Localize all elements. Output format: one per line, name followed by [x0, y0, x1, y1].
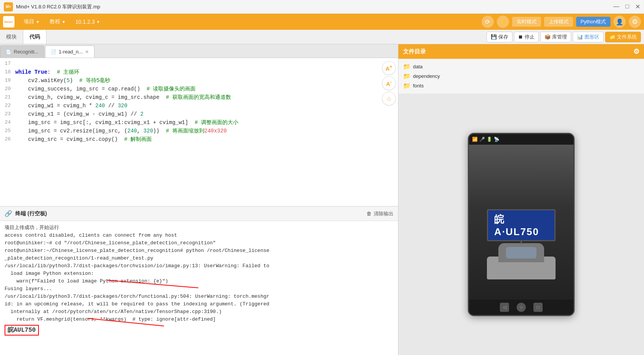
- menu-version[interactable]: 10.1.2.3 ▼: [71, 17, 105, 27]
- sync-icon-button[interactable]: ⟳: [482, 16, 494, 28]
- save-button[interactable]: 💾 保存: [487, 32, 512, 42]
- clear-output-button[interactable]: 🗑 清除输出: [366, 210, 393, 217]
- code-content[interactable]: 17 18 while True: # 主循环 19 cv2.waitKey(5…: [0, 58, 398, 206]
- app-logo-area: Mind+: [3, 16, 14, 27]
- file-item-data[interactable]: 📁 data: [403, 62, 639, 71]
- code-line: 19 cv2.waitKey(5) # 等待5毫秒: [0, 76, 398, 85]
- tab2-close[interactable]: ✕: [85, 49, 89, 55]
- reset-zoom-button[interactable]: ⌂: [382, 92, 396, 105]
- code-area: 📄 Recogniti... 📄 1-read_n... ✕ 17 18 whi…: [0, 44, 398, 355]
- code-line: 26 cvimg_src = cvimg_src.copy() # 解制画面: [0, 135, 398, 144]
- phone-menu-button[interactable]: □: [533, 303, 543, 312]
- library-icon: 📦: [544, 34, 551, 40]
- folder-name: fonts: [413, 83, 424, 89]
- menu-version-arrow: ▼: [96, 20, 100, 24]
- file-tree: 📁 data 📁 dependency 📁 fonts: [398, 59, 644, 94]
- filesystem-button[interactable]: 📁 文件系统: [605, 32, 641, 42]
- file-item-dependency[interactable]: 📁 dependency: [403, 71, 639, 81]
- python-mode-button[interactable]: Python模式: [576, 17, 610, 27]
- terminal-area: 🔗 终端 (行空板) 🗑 清除输出 项目上传成功，开始运行 access con…: [0, 206, 398, 355]
- titlebar: M+ Mind+ V1.8.0 RC2.0 车牌识别装置.mp — □ ✕: [0, 0, 644, 14]
- file-directory-header: 文件目录 ⚙: [398, 44, 644, 59]
- code-line: 24 img_src = img_src[:, cvimg_x1:cvimg_x…: [0, 118, 398, 127]
- left-tabs: 模块 代码: [0, 30, 47, 44]
- filesystem-icon: 📁: [609, 34, 615, 40]
- reset-zoom-icon: ⌂: [387, 95, 391, 102]
- graph-icon: 📊: [577, 34, 583, 40]
- code-line: 18 while True: # 主循环: [0, 68, 398, 76]
- realtime-mode-button[interactable]: 实时模式: [512, 17, 541, 27]
- recognition-result: 皖AUL750: [5, 325, 39, 336]
- phone-frame: 📶 🎤 🔋 📡: [468, 133, 575, 316]
- tabbar: 模块 代码 💾 保存 ⏹ 停止 📦 库管理 📊 图形区 📁 文件系统: [0, 30, 644, 44]
- tab-module[interactable]: 模块: [0, 30, 23, 44]
- code-tab-2[interactable]: 📄 1-read_n... ✕: [45, 45, 95, 58]
- stop-button[interactable]: ⏹ 停止: [514, 32, 539, 42]
- library-button[interactable]: 📦 库管理: [540, 32, 571, 42]
- toolbar-right: 💾 保存 ⏹ 停止 📦 库管理 📊 图形区 📁 文件系统: [487, 32, 644, 42]
- menu-project[interactable]: 项目 ▼: [19, 16, 44, 27]
- car-display-area: 皖A·UL750: [469, 145, 573, 300]
- folder-icon: 📁: [403, 82, 411, 89]
- menu-tutorial[interactable]: 教程 ▼: [45, 16, 70, 27]
- menu-items: 项目 ▼ 教程 ▼ 10.1.2.3 ▼: [19, 16, 104, 27]
- zoom-in-button[interactable]: A+: [382, 61, 396, 75]
- user-avatar[interactable]: 👤: [613, 16, 626, 28]
- zoom-in-label: A+: [385, 64, 392, 72]
- code-line: 20 cvimg_success, img_src = cap.read() #…: [0, 85, 398, 93]
- close-button[interactable]: ✕: [635, 3, 640, 10]
- window-controls[interactable]: — □ ✕: [613, 3, 640, 10]
- phone-bottom: ◁ ○ □: [469, 300, 573, 315]
- tab1-icon: 📄: [6, 49, 11, 55]
- tab2-label: 1-read_n...: [59, 49, 83, 55]
- car-body: [487, 241, 556, 279]
- code-tabs: 📄 Recogniti... 📄 1-read_n... ✕: [0, 44, 398, 58]
- terminal-content[interactable]: 项目上传成功，开始运行 access control disabled, cli…: [0, 221, 398, 355]
- code-tab-1[interactable]: 📄 Recogniti...: [0, 45, 44, 58]
- code-line: 17: [0, 60, 398, 68]
- upload-mode-button[interactable]: 上传模式: [544, 17, 573, 27]
- graph-button[interactable]: 📊 图形区: [573, 32, 604, 42]
- file-item-fonts[interactable]: 📁 fonts: [403, 81, 639, 90]
- brand-logo: Mind+: [3, 16, 14, 27]
- phone-back-button[interactable]: ◁: [500, 303, 509, 312]
- plate-text: 皖A·UL750: [494, 213, 548, 238]
- maximize-button[interactable]: □: [625, 3, 629, 10]
- zoom-out-label: A-: [386, 79, 392, 87]
- mic-icon: 🎤: [479, 137, 485, 142]
- code-editor[interactable]: 17 18 while True: # 主循环 19 cv2.waitKey(5…: [0, 58, 398, 206]
- tab-code[interactable]: 代码: [23, 30, 47, 44]
- signal-icon: 📡: [494, 137, 499, 142]
- code-line: 22 cvimg_w1 = cvimg_h * 240 // 320: [0, 102, 398, 110]
- folder-icon: 📁: [403, 73, 411, 80]
- result-area: 皖AUL750: [5, 325, 393, 336]
- folder-name: data: [413, 64, 422, 69]
- tab1-label: Recogniti...: [14, 49, 39, 55]
- battery-icon: 🔋: [487, 137, 492, 142]
- phone-statusbar: 📶 🎤 🔋 📡: [469, 134, 573, 145]
- settings-gear-button[interactable]: ⚙: [629, 16, 641, 28]
- code-line: 25 img_src = cv2.resize(img_src, (240, 3…: [0, 127, 398, 135]
- right-panel: 文件目录 ⚙ 📁 data 📁 dependency 📁 fonts 📶: [398, 44, 644, 355]
- window-title: Mind+ V1.8.0 RC2.0 车牌识别装置.mp: [16, 3, 613, 10]
- phone-screen: 皖A·UL750: [469, 145, 573, 300]
- wifi-icon: 📶: [472, 137, 478, 142]
- phone-home-button[interactable]: ○: [517, 303, 526, 312]
- zoom-out-button[interactable]: A-: [382, 76, 396, 90]
- stop-icon: ⏹: [518, 34, 523, 40]
- right-controls: ⟳ ⚡ 实时模式 上传模式 Python模式 👤 ⚙: [482, 16, 641, 28]
- code-line: 23 cvimg_x1 = (cvimg_w - cvimg_w1) // 2: [0, 110, 398, 118]
- terminal-text: 项目上传成功，开始运行 access control disabled, cli…: [5, 224, 393, 323]
- terminal-header: 🔗 终端 (行空板) 🗑 清除输出: [0, 207, 398, 221]
- menu-tutorial-arrow: ▼: [62, 20, 66, 24]
- folder-icon: 📁: [403, 63, 411, 70]
- terminal-icon: 🔗: [5, 210, 12, 217]
- folder-name: dependency: [413, 73, 440, 79]
- connect-icon-button[interactable]: ⚡: [497, 16, 509, 28]
- save-icon: 💾: [491, 34, 497, 40]
- file-settings-icon[interactable]: ⚙: [633, 47, 639, 56]
- menu-project-arrow: ▼: [36, 20, 40, 24]
- minimize-button[interactable]: —: [613, 3, 619, 10]
- car-windshield: [506, 247, 536, 258]
- license-plate: 皖A·UL750: [487, 209, 556, 241]
